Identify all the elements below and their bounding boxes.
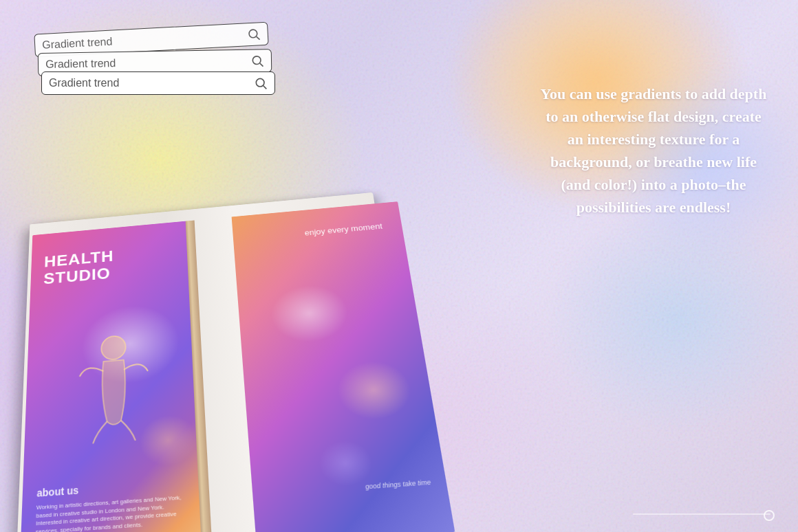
progress-bar[interactable] <box>633 513 770 515</box>
book-container: HEALTH STUDIO <box>0 133 447 532</box>
book: HEALTH STUDIO <box>0 144 493 532</box>
search-input-2[interactable] <box>45 55 250 71</box>
page-right-content: enjoy every moment good things take time <box>232 201 455 532</box>
search-bars-container <box>41 27 275 93</box>
enjoy-text: enjoy every moment <box>298 220 389 239</box>
search-input-3[interactable] <box>49 77 254 89</box>
page-left: HEALTH STUDIO <box>20 221 211 532</box>
page-right: enjoy every moment good things take time <box>232 201 455 532</box>
svg-point-6 <box>101 335 125 360</box>
search-input-1[interactable] <box>42 28 248 52</box>
svg-point-4 <box>256 78 264 87</box>
svg-line-1 <box>257 36 260 40</box>
health-studio-title: HEALTH STUDIO <box>43 241 183 287</box>
search-icon-1 <box>246 27 261 41</box>
search-icon-2 <box>250 54 264 67</box>
svg-line-5 <box>263 86 267 89</box>
good-things-text: good things take time <box>365 478 431 491</box>
search-bar-3[interactable] <box>41 71 275 95</box>
about-description: Working in artistic directions, art gall… <box>36 494 184 532</box>
about-us-text: about us Working in artistic directions,… <box>36 476 184 532</box>
svg-point-2 <box>252 56 261 65</box>
page-left-content: HEALTH STUDIO <box>20 221 211 532</box>
yoga-figure <box>72 325 158 466</box>
svg-line-3 <box>260 63 263 67</box>
description-paragraph: You can use gradients to add depth to an… <box>537 82 770 219</box>
description-text-block: You can use gradients to add depth to an… <box>537 82 770 219</box>
svg-point-0 <box>249 30 257 38</box>
search-icon-3 <box>254 76 268 90</box>
